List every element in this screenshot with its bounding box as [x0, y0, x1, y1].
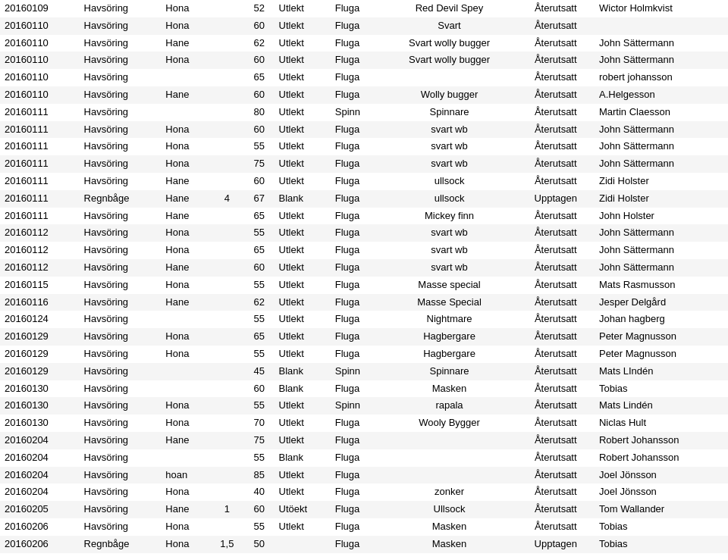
table-cell: 20160206: [0, 518, 80, 536]
table-cell: 70: [244, 415, 275, 432]
table-cell: Återutsatt: [517, 173, 595, 190]
table-cell: 20160112: [0, 224, 80, 242]
table-cell: [210, 224, 244, 242]
table-cell: 20160206: [0, 536, 80, 553]
table-row: 20160110HavsöringHane60UtlektFlugaWolly …: [0, 86, 728, 104]
table-cell: John Sättermann: [595, 121, 728, 139]
table-cell: [210, 518, 244, 536]
table-cell: hoan: [161, 467, 210, 484]
table-cell: 20160109: [0, 0, 80, 17]
table-cell: Fluga: [331, 328, 382, 346]
table-cell: Robert Johansson: [595, 449, 728, 467]
table-cell: 20160205: [0, 501, 80, 518]
table-cell: ullsock: [381, 173, 516, 190]
table-cell: 75: [244, 432, 275, 449]
table-cell: Fluga: [331, 52, 382, 69]
table-cell: [210, 104, 244, 121]
table-cell: Återutsatt: [517, 501, 595, 518]
table-cell: Blank: [275, 449, 331, 467]
table-cell: zonker: [381, 483, 516, 501]
table-cell: Hane: [161, 259, 210, 277]
table-cell: 60: [244, 501, 275, 518]
table-cell: Fluga: [331, 501, 382, 518]
table-cell: Fluga: [331, 294, 382, 311]
table-cell: Hona: [161, 121, 210, 139]
table-cell: Fluga: [331, 432, 382, 449]
table-cell: Hona: [161, 536, 210, 553]
table-cell: Hane: [161, 208, 210, 225]
table-row: 20160129HavsöringHona55UtlektFlugaHagber…: [0, 346, 728, 363]
table-cell: 55: [244, 346, 275, 363]
table-row: 20160110Havsöring65UtlektFlugaÅterutsatt…: [0, 69, 728, 86]
table-cell: [210, 0, 244, 17]
table-cell: Hona: [161, 346, 210, 363]
table-row: 20160206HavsöringHona55UtlektFlugaMasken…: [0, 518, 728, 536]
table-row: 20160130HavsöringHona70UtlektFlugaWooly …: [0, 415, 728, 432]
table-cell: 60: [244, 52, 275, 69]
table-row: 20160111HavsöringHane65UtlektFlugaMickey…: [0, 208, 728, 225]
table-cell: [210, 311, 244, 328]
table-cell: Hane: [161, 501, 210, 518]
table-cell: [381, 449, 516, 467]
table-cell: Spinnare: [381, 104, 516, 121]
table-cell: [210, 483, 244, 501]
table-cell: Utlekt: [275, 242, 331, 259]
table-cell: Blank: [275, 363, 331, 380]
table-cell: Havsöring: [80, 277, 162, 294]
table-cell: Tobias: [595, 518, 728, 536]
table-cell: 20160129: [0, 328, 80, 346]
table-cell: 20160112: [0, 259, 80, 277]
table-cell: A.Helgesson: [595, 86, 728, 104]
table-cell: 60: [244, 17, 275, 35]
table-cell: 67: [244, 190, 275, 208]
table-cell: 45: [244, 363, 275, 380]
table-cell: Masken: [381, 536, 516, 553]
table-cell: Fluga: [331, 208, 382, 225]
table-row: 20160129Havsöring45BlankSpinnSpinnareÅte…: [0, 363, 728, 380]
table-cell: Tom Wallander: [595, 501, 728, 518]
table-row: 20160110HavsöringHona60UtlektFlugaSvart …: [0, 52, 728, 69]
table-cell: Havsöring: [80, 121, 162, 139]
table-cell: 55: [244, 138, 275, 155]
table-cell: Havsöring: [80, 52, 162, 69]
table-cell: Utlekt: [275, 346, 331, 363]
table-cell: 55: [244, 518, 275, 536]
table-cell: Utlekt: [275, 69, 331, 86]
table-cell: 20160110: [0, 52, 80, 69]
table-cell: Återutsatt: [517, 52, 595, 69]
table-cell: 20160111: [0, 208, 80, 225]
table-cell: John Sättermann: [595, 52, 728, 69]
table-cell: 52: [244, 0, 275, 17]
table-cell: 20160110: [0, 69, 80, 86]
table-cell: Fluga: [331, 69, 382, 86]
table-cell: svart wb: [381, 155, 516, 173]
table-cell: Tobias: [595, 536, 728, 553]
table-cell: Återutsatt: [517, 432, 595, 449]
table-cell: Fluga: [331, 346, 382, 363]
table-cell: Återutsatt: [517, 138, 595, 155]
table-cell: [210, 380, 244, 398]
table-cell: Havsöring: [80, 328, 162, 346]
table-cell: Fluga: [331, 224, 382, 242]
table-cell: Fluga: [331, 483, 382, 501]
table-cell: Hona: [161, 328, 210, 346]
table-cell: 55: [244, 397, 275, 415]
table-cell: Hagbergare: [381, 346, 516, 363]
table-cell: Wooly Bygger: [381, 415, 516, 432]
table-cell: [381, 432, 516, 449]
table-cell: 20160204: [0, 449, 80, 467]
table-cell: Peter Magnusson: [595, 346, 728, 363]
table-cell: John Holster: [595, 208, 728, 225]
table-row: 20160129HavsöringHona65UtlektFlugaHagber…: [0, 328, 728, 346]
table-cell: 55: [244, 449, 275, 467]
table-cell: Återutsatt: [517, 346, 595, 363]
table-cell: svart wb: [381, 224, 516, 242]
table-cell: rapala: [381, 397, 516, 415]
table-cell: [210, 259, 244, 277]
table-cell: Hona: [161, 277, 210, 294]
table-cell: Fluga: [331, 380, 382, 398]
table-cell: 65: [244, 242, 275, 259]
table-cell: svart wb: [381, 121, 516, 139]
table-cell: Upptagen: [517, 536, 595, 553]
table-cell: 60: [244, 259, 275, 277]
